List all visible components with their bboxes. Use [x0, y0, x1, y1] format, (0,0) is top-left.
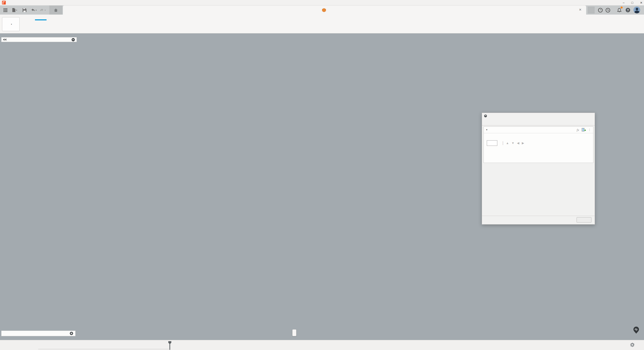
section-menu-icon[interactable]: ⋮	[588, 128, 591, 132]
add-column-icon[interactable]	[582, 128, 586, 132]
data-panel-grid-icon[interactable]	[3, 7, 8, 13]
job-status-pin-icon[interactable]	[633, 326, 639, 335]
ribbon-toolbar: ▾	[0, 15, 644, 33]
redo-icon[interactable]: ▾	[39, 7, 47, 13]
move-up-icon[interactable]: ▲	[506, 141, 509, 145]
fusion-app-window: – ▢ ✕ ▾ ▾ ▾ ✕	[0, 0, 644, 350]
dialog-footer	[482, 216, 595, 224]
file-menu-icon[interactable]: ▾	[11, 7, 19, 13]
new-tab-button[interactable]	[588, 7, 595, 14]
move-down-icon[interactable]: ▼	[511, 141, 514, 145]
notifications-bell-icon[interactable]	[616, 7, 622, 13]
view-navigation-bar	[292, 329, 296, 336]
browser-panel	[1, 37, 77, 42]
configurations-card: ▼ fx ⋮ | ▲ ▼ ◀ ▶	[484, 126, 593, 163]
save-icon[interactable]	[22, 7, 27, 13]
timeline-track	[38, 349, 169, 349]
collapse-panel-icon[interactable]	[3, 38, 7, 41]
tab-close-icon[interactable]: ✕	[579, 8, 582, 12]
job-status-clock-icon[interactable]	[605, 7, 611, 13]
user-avatar[interactable]	[633, 7, 640, 13]
add-comment-icon[interactable]	[70, 332, 73, 335]
configuration-table-dialog: ▼ fx ⋮ | ▲ ▼ ◀ ▶	[482, 113, 595, 225]
undo-icon[interactable]: ▾	[30, 7, 38, 13]
workspace-selector-button[interactable]: ▾	[2, 17, 20, 31]
maximize-icon[interactable]: ▢	[631, 0, 633, 6]
close-button[interactable]	[577, 217, 591, 223]
comments-panel[interactable]	[1, 331, 75, 336]
move-right-icon[interactable]: ▶	[522, 141, 524, 145]
svg-text:?: ?	[627, 9, 629, 12]
minimize-icon[interactable]: –	[623, 0, 625, 6]
document-cube-icon	[322, 8, 326, 12]
document-tabstrip: ▾ ▾ ▾ ✕	[0, 6, 644, 15]
notification-dot	[621, 7, 623, 9]
active-document-tab[interactable]: ✕	[63, 6, 586, 15]
fx-parameters-icon[interactable]: fx	[577, 128, 579, 132]
help-icon[interactable]: ?	[625, 7, 631, 13]
row-pager-input[interactable]	[487, 140, 497, 146]
timeline-settings-gear-icon[interactable]	[630, 343, 634, 348]
section-collapse-icon[interactable]: ▼	[486, 129, 488, 131]
viewcube[interactable]	[613, 35, 643, 69]
home-icon	[54, 8, 58, 12]
timeline-bar	[0, 340, 644, 350]
fusion-logo-icon	[2, 1, 6, 5]
extensions-icon[interactable]	[597, 7, 603, 13]
dialog-titlebar[interactable]	[482, 113, 595, 119]
timeline-playhead[interactable]	[168, 341, 172, 350]
dialog-grip-icon	[484, 114, 487, 117]
active-tab-underline	[35, 19, 47, 20]
remove-display-icon[interactable]	[71, 38, 75, 41]
browser-header	[1, 37, 77, 42]
home-tab[interactable]	[49, 6, 62, 15]
window-titlebar: – ▢ ✕	[0, 0, 644, 6]
move-left-icon[interactable]: ◀	[517, 141, 519, 145]
close-icon[interactable]: ✕	[640, 0, 642, 6]
